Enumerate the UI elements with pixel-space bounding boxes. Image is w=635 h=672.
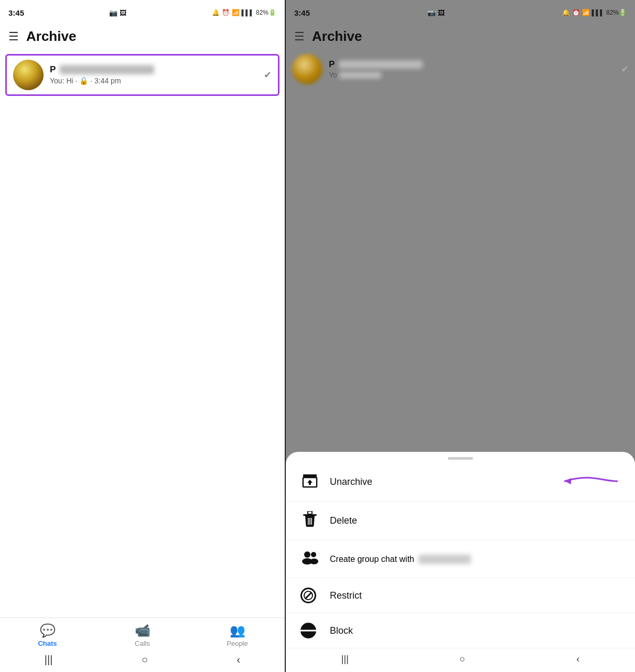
chat-info: P You: Hi · 🔒 · 3:44 pm bbox=[50, 64, 257, 85]
left-bottom-nav: 💬 Chats 📹 Calls 👥 People ||| ○ ‹ bbox=[0, 617, 285, 672]
right-alarm-icon: ⏰ bbox=[572, 9, 580, 16]
svg-point-9 bbox=[304, 551, 310, 558]
block-label: Block bbox=[330, 625, 353, 636]
chat-preview: You: Hi · 🔒 · 3:44 pm bbox=[50, 77, 121, 85]
system-nav: ||| ○ ‹ bbox=[0, 651, 285, 672]
block-item[interactable]: Block bbox=[286, 613, 635, 648]
avatar bbox=[13, 60, 44, 90]
left-menu-icon[interactable]: ☰ bbox=[8, 30, 19, 44]
svg-marker-3 bbox=[565, 478, 571, 484]
right-chat-info: P Yo bbox=[329, 59, 615, 79]
right-you-label: Yo bbox=[329, 71, 337, 79]
right-time: 3:45 bbox=[294, 8, 310, 17]
alarm-icon: ⏰ bbox=[222, 9, 230, 16]
right-wifi-icon: 📶 bbox=[582, 9, 590, 16]
svg-rect-0 bbox=[303, 474, 317, 477]
right-home-btn[interactable]: ○ bbox=[460, 654, 466, 665]
right-recents-btn[interactable]: ||| bbox=[341, 654, 349, 665]
home-btn[interactable]: ○ bbox=[142, 654, 148, 666]
back-btn[interactable]: ‹ bbox=[237, 654, 241, 666]
left-time: 3:45 bbox=[8, 8, 24, 17]
delete-label: Delete bbox=[330, 515, 357, 526]
left-panel: 3:45 📷 🖼 🔔 ⏰ 📶 ▌▌▌ 82%🔋 ☰ Archive P bbox=[0, 0, 286, 672]
right-name-blurred bbox=[339, 60, 423, 69]
chat-name-blurred bbox=[60, 65, 154, 74]
delete-icon bbox=[300, 511, 319, 530]
left-archive-title: Archive bbox=[26, 28, 76, 45]
create-group-text: Create group chat with bbox=[330, 555, 471, 564]
nav-tab-chats[interactable]: 💬 Chats bbox=[0, 623, 95, 647]
people-icon: 👥 bbox=[230, 623, 245, 638]
right-bell-icon: 🔔 bbox=[562, 9, 570, 16]
svg-point-12 bbox=[310, 559, 318, 565]
nav-tabs: 💬 Chats 📹 Calls 👥 People bbox=[0, 618, 285, 651]
right-check-icon: ✔ bbox=[621, 63, 629, 75]
right-preview-blurred bbox=[339, 72, 381, 79]
right-preview-row: Yo bbox=[329, 71, 615, 79]
right-chat-initial: P bbox=[329, 59, 335, 70]
calls-label: Calls bbox=[135, 640, 150, 647]
right-header: ☰ Archive bbox=[286, 23, 635, 50]
nav-tab-calls[interactable]: 📹 Calls bbox=[95, 623, 190, 647]
right-status-icons: 🔔 ⏰ 📶 ▌▌▌ 82%🔋 bbox=[562, 9, 627, 16]
right-instagram-icon: 📷 bbox=[427, 9, 436, 17]
image-icon: 🖼 bbox=[120, 9, 126, 17]
right-chat-meta: ✔ bbox=[621, 63, 629, 75]
chats-label: Chats bbox=[38, 640, 57, 647]
right-image-icon: 🖼 bbox=[438, 9, 445, 17]
create-group-label: Create group chat with bbox=[330, 555, 414, 564]
context-menu-sheet: Unarchive Delete bbox=[286, 452, 635, 672]
right-avatar bbox=[292, 54, 322, 84]
instagram-icon: 📷 bbox=[109, 9, 117, 17]
people-label: People bbox=[227, 640, 247, 647]
unarchive-item[interactable]: Unarchive bbox=[286, 463, 635, 502]
left-status-bar: 3:45 📷 🖼 🔔 ⏰ 📶 ▌▌▌ 82%🔋 bbox=[0, 0, 285, 23]
delete-item[interactable]: Delete bbox=[286, 502, 635, 540]
right-back-btn[interactable]: ‹ bbox=[576, 654, 579, 665]
nav-tab-people[interactable]: 👥 People bbox=[190, 623, 285, 647]
left-center-icons: 📷 🖼 bbox=[109, 9, 126, 17]
svg-rect-5 bbox=[308, 511, 312, 514]
right-menu-icon[interactable]: ☰ bbox=[294, 30, 305, 44]
restrict-label: Restrict bbox=[330, 590, 362, 601]
svg-point-10 bbox=[311, 552, 316, 557]
left-header: ☰ Archive bbox=[0, 23, 285, 50]
right-chat-name-row: P bbox=[329, 59, 615, 70]
restrict-item[interactable]: Restrict bbox=[286, 578, 635, 613]
chats-icon: 💬 bbox=[40, 623, 56, 638]
chat-meta: ✔ bbox=[264, 69, 272, 81]
calls-icon: 📹 bbox=[135, 623, 150, 638]
create-group-item[interactable]: Create group chat with bbox=[286, 540, 635, 578]
left-status-icons: 🔔 ⏰ 📶 ▌▌▌ 82%🔋 bbox=[212, 9, 276, 16]
group-name-blurred bbox=[418, 555, 471, 564]
sheet-handle bbox=[448, 457, 473, 460]
unarchive-label: Unarchive bbox=[330, 476, 372, 487]
arrow-indicator bbox=[559, 471, 622, 494]
right-archive-title: Archive bbox=[312, 28, 362, 45]
read-check-icon: ✔ bbox=[264, 69, 272, 81]
svg-marker-2 bbox=[307, 480, 313, 485]
wifi-icon: 📶 bbox=[232, 9, 240, 16]
right-battery-text: 82%🔋 bbox=[606, 9, 627, 16]
chat-initial: P bbox=[50, 64, 56, 75]
recents-btn[interactable]: ||| bbox=[45, 654, 53, 666]
block-icon bbox=[300, 623, 319, 638]
right-status-bar: 3:45 📷 🖼 🔔 ⏰ 📶 ▌▌▌ 82%🔋 bbox=[286, 0, 635, 23]
right-signal-icon: ▌▌▌ bbox=[592, 9, 604, 16]
right-center-icons: 📷 🖼 bbox=[427, 9, 445, 17]
right-chat-area: P Yo ✔ bbox=[286, 50, 635, 89]
restrict-icon bbox=[300, 588, 319, 603]
right-panel: 3:45 📷 🖼 🔔 ⏰ 📶 ▌▌▌ 82%🔋 ☰ Archive P bbox=[286, 0, 635, 672]
battery-text: 82%🔋 bbox=[256, 9, 276, 16]
group-icon bbox=[300, 550, 319, 568]
signal-icon: ▌▌▌ bbox=[242, 9, 254, 16]
bell-icon: 🔔 bbox=[212, 9, 220, 16]
right-system-nav: ||| ○ ‹ bbox=[286, 648, 635, 672]
archived-chat-item[interactable]: P You: Hi · 🔒 · 3:44 pm ✔ bbox=[5, 54, 279, 96]
chat-item-inner: P You: Hi · 🔒 · 3:44 pm ✔ bbox=[13, 60, 272, 90]
avatar-image bbox=[13, 60, 44, 90]
right-chat-item: P Yo ✔ bbox=[292, 54, 629, 84]
unarchive-icon bbox=[300, 472, 319, 492]
chat-name-row: P bbox=[50, 64, 257, 75]
